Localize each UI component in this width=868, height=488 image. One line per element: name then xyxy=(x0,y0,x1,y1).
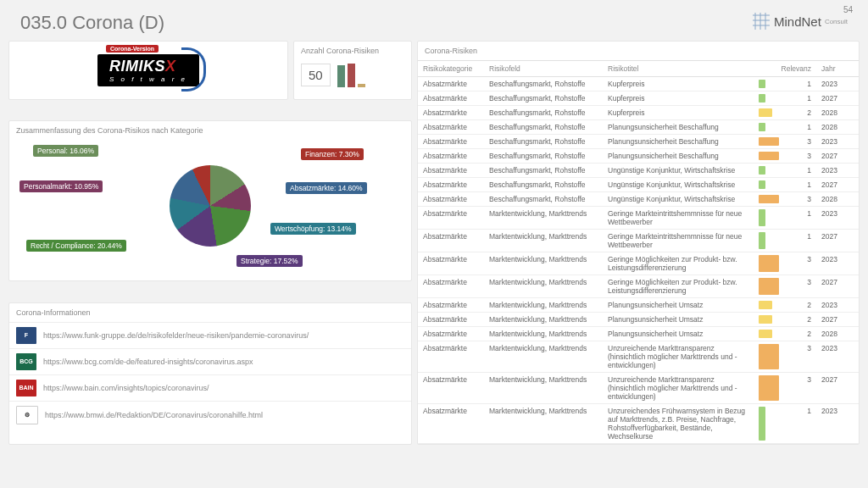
table-row[interactable]: AbsatzmärkteBeschaffungsmarkt, Rohstoffe… xyxy=(418,135,859,149)
pie-label-personal: Personal: 16.06% xyxy=(33,145,98,157)
pie-label-strategie: Strategie: 17.52% xyxy=(236,255,303,267)
links-title: Corona-Informationen xyxy=(9,303,411,323)
col-header[interactable]: Risikofeld xyxy=(484,61,603,77)
table-row[interactable]: AbsatzmärkteBeschaffungsmarkt, Rohstoffe… xyxy=(418,178,859,192)
link-url: https://www.bmwi.de/Redaktion/DE/Coronav… xyxy=(45,411,263,419)
col-header[interactable]: Relevanz xyxy=(755,61,816,77)
link-url: https://www.funk-gruppe.de/de/risikofeld… xyxy=(43,331,309,340)
table-row[interactable]: AbsatzmärkteBeschaffungsmarkt, Rohstoffe… xyxy=(418,164,859,178)
brand-sub: Consult xyxy=(825,18,848,25)
col-header[interactable]: Jahr xyxy=(816,61,859,77)
table-card: Corona-Risiken RisikokategorieRisikofeld… xyxy=(417,41,860,445)
rimiks-logo: Corona-Version RIMIKSX S o f t w a r e xyxy=(97,54,199,86)
table-row[interactable]: AbsatzmärkteMarktentwicklung, Markttrend… xyxy=(418,341,859,373)
kpi-sparkbars xyxy=(337,62,365,87)
table-row[interactable]: AbsatzmärkteMarktentwicklung, Markttrend… xyxy=(418,404,859,444)
table-row[interactable]: AbsatzmärkteMarktentwicklung, Markttrend… xyxy=(418,327,859,341)
table-row[interactable]: AbsatzmärkteMarktentwicklung, Markttrend… xyxy=(418,373,859,404)
table-row[interactable]: AbsatzmärkteMarktentwicklung, Markttrend… xyxy=(418,252,859,275)
pie-card: Zusammenfassung des Corona-Risikos nach … xyxy=(8,120,412,281)
table-row[interactable]: AbsatzmärkteBeschaffungsmarkt, Rohstoffe… xyxy=(418,192,859,207)
table-row[interactable]: AbsatzmärkteMarktentwicklung, Markttrend… xyxy=(418,313,859,327)
pie-chart: Personal: 16.06%Personalmarkt: 10.95%Rec… xyxy=(16,138,404,274)
table-row[interactable]: AbsatzmärkteBeschaffungsmarkt, Rohstoffe… xyxy=(418,77,859,92)
brand-grid-icon xyxy=(752,12,771,30)
pie-label-recht-compliance: Recht / Compliance: 20.44% xyxy=(26,240,126,252)
table-row[interactable]: AbsatzmärkteMarktentwicklung, Markttrend… xyxy=(418,207,859,230)
pie-label-wertsch-pfung: Wertschöpfung: 13.14% xyxy=(270,223,356,235)
table-row[interactable]: AbsatzmärkteMarktentwicklung, Markttrend… xyxy=(418,275,859,298)
table-row[interactable]: AbsatzmärkteBeschaffungsmarkt, Rohstoffe… xyxy=(418,149,859,164)
link-url: https://www.bain.com/insights/topics/cor… xyxy=(43,384,209,392)
link-row[interactable]: BCGhttps://www.bcg.com/de-de/featured-in… xyxy=(9,349,411,375)
link-logo-icon: F xyxy=(16,327,36,344)
pie-label-absatzm-rkte: Absatzmärkte: 14.60% xyxy=(286,182,367,194)
link-logo-icon: BAIN xyxy=(16,380,36,396)
table-title: Corona-Risiken xyxy=(418,42,859,60)
header: 035.0 Corona (D) MindNet Consult xyxy=(0,0,868,41)
table-row[interactable]: AbsatzmärkteBeschaffungsmarkt, Rohstoffe… xyxy=(418,106,859,120)
table-row[interactable]: AbsatzmärkteMarktentwicklung, Markttrend… xyxy=(418,230,859,252)
link-row[interactable]: Fhttps://www.funk-gruppe.de/de/risikofel… xyxy=(9,323,411,349)
pie-title: Zusammenfassung des Corona-Risikos nach … xyxy=(16,126,404,135)
logo-software-text: S o f t w a r e xyxy=(109,75,187,83)
table-row[interactable]: AbsatzmärkteMarktentwicklung, Markttrend… xyxy=(418,298,859,313)
brand-name: MindNet xyxy=(774,14,821,29)
link-logo-icon: BCG xyxy=(16,353,36,370)
links-card: Corona-Informationen Fhttps://www.funk-g… xyxy=(8,302,412,445)
logo-tag: Corona-Version xyxy=(106,45,159,53)
link-url: https://www.bcg.com/de-de/featured-insig… xyxy=(43,358,253,366)
table-header-row: RisikokategorieRisikofeldRisikotitelRele… xyxy=(418,61,859,77)
kpi-card: Anzahl Corona-Risiken 50 xyxy=(293,41,412,100)
link-logo-icon: ⚙ xyxy=(16,406,38,424)
pie-graphic xyxy=(170,165,251,247)
page-number: 54 xyxy=(843,5,853,14)
brand: MindNet Consult xyxy=(752,12,848,30)
link-row[interactable]: BAINhttps://www.bain.com/insights/topics… xyxy=(9,375,411,402)
logo-card: Corona-Version RIMIKSX S o f t w a r e xyxy=(8,41,288,100)
pie-label-finanzen: Finanzen: 7.30% xyxy=(301,148,364,160)
kpi-title: Anzahl Corona-Risiken xyxy=(301,47,404,55)
col-header[interactable]: Risikotitel xyxy=(603,61,755,77)
col-header[interactable]: Risikokategorie xyxy=(418,61,484,77)
kpi-value: 50 xyxy=(301,64,331,86)
page-title: 035.0 Corona (D) xyxy=(20,12,164,34)
table-row[interactable]: AbsatzmärkteBeschaffungsmarkt, Rohstoffe… xyxy=(418,92,859,106)
swoosh-icon xyxy=(181,47,206,92)
risks-table: RisikokategorieRisikofeldRisikotitelRele… xyxy=(418,60,859,444)
link-row[interactable]: ⚙https://www.bmwi.de/Redaktion/DE/Corona… xyxy=(9,402,411,429)
table-row[interactable]: AbsatzmärkteBeschaffungsmarkt, Rohstoffe… xyxy=(418,120,859,135)
pie-label-personalmarkt: Personalmarkt: 10.95% xyxy=(19,180,103,192)
